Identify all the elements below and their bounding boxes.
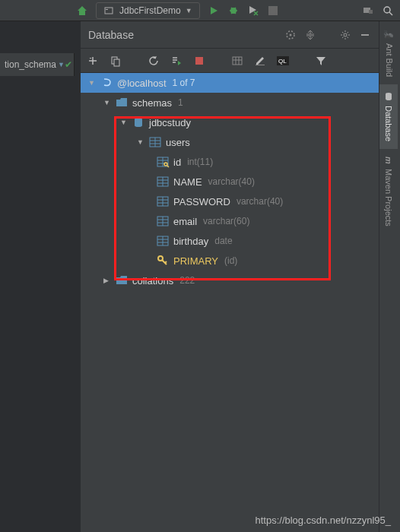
column-pk-icon (157, 157, 169, 166)
side-tab-database[interactable]: Database (379, 84, 398, 149)
column-name: birthday (173, 236, 208, 247)
stop-icon[interactable] (193, 55, 205, 67)
svg-point-6 (384, 7, 390, 13)
column-type: date (214, 236, 232, 246)
chevron-down-icon: ▼ (186, 7, 193, 14)
chevron-down-icon: ▼ (58, 61, 65, 68)
table-view-icon[interactable] (231, 55, 243, 67)
run-config-label: JdbcFirstDemo (119, 5, 181, 16)
add-icon[interactable] (87, 55, 99, 67)
expand-arrow-icon: ▼ (137, 138, 144, 146)
folder-icon (116, 276, 128, 285)
edit-icon[interactable] (254, 55, 266, 67)
column-type: varchar(40) (237, 196, 283, 207)
refresh-icon[interactable] (148, 55, 160, 67)
svg-rect-1 (106, 9, 108, 10)
check-icon: ✔ (65, 59, 72, 71)
tree-node-collations[interactable]: ▶ collations 222 (81, 271, 379, 290)
column-icon (157, 236, 169, 245)
svg-rect-10 (361, 34, 369, 36)
column-type: int(11) (187, 157, 213, 167)
tree-node-datasource[interactable]: ▼ @localhost 1 of 7 (81, 73, 379, 93)
coverage-icon[interactable] (247, 5, 259, 17)
tree-node-primary-key[interactable]: PRIMARY (id) (81, 251, 379, 271)
expand-arrow-icon: ▼ (103, 99, 111, 106)
top-toolbar: JdbcFirstDemo ▼ (0, 0, 400, 21)
svg-rect-0 (105, 8, 113, 14)
datasource-icon (100, 78, 113, 88)
svg-point-9 (344, 33, 347, 36)
tree-node-column[interactable]: birthdaydate (81, 231, 379, 251)
svg-text:QL: QL (278, 58, 287, 65)
search-everywhere-icon[interactable] (382, 5, 394, 17)
maven-icon: m (384, 157, 393, 164)
tree-node-table[interactable]: ▼ users (81, 132, 379, 152)
watermark: https://blog.csdn.net/nzzynl95_ (255, 515, 391, 526)
run-config-select[interactable]: JdbcFirstDemo ▼ (96, 2, 200, 19)
database-panel: Database QL ▼ @localhost 1 of 7 ▼ (81, 21, 379, 532)
right-sidebar: 🐜 Ant Build Database m Maven Projects (379, 21, 400, 532)
column-name: PASSWORD (173, 196, 230, 207)
column-name: id (173, 157, 181, 168)
svg-rect-12 (114, 59, 119, 66)
execute-icon[interactable] (170, 55, 183, 67)
tree-node-schemas[interactable]: ▼ schemas 1 (81, 93, 379, 112)
column-icon (157, 177, 169, 186)
panel-title-bar: Database (81, 21, 379, 49)
database-tab-icon (384, 92, 393, 101)
column-icon (157, 197, 169, 206)
ql-icon[interactable]: QL (277, 55, 289, 67)
focus-icon[interactable] (284, 29, 297, 41)
database-icon (132, 117, 144, 128)
column-name: email (173, 216, 197, 227)
folder-icon (116, 98, 128, 107)
svg-rect-3 (268, 6, 278, 15)
make-icon[interactable] (76, 5, 88, 17)
svg-rect-5 (369, 10, 373, 14)
ant-icon: 🐜 (384, 29, 394, 39)
panel-toolbar: QL (81, 49, 379, 73)
column-type: varchar(40) (208, 176, 255, 187)
database-tree: ▼ @localhost 1 of 7 ▼ schemas 1 ▼ jdbcst… (81, 73, 379, 290)
run-icon[interactable] (208, 5, 220, 17)
vcs-icon[interactable] (362, 5, 374, 17)
minimize-icon[interactable] (359, 29, 371, 41)
panel-title: Database (88, 29, 284, 41)
tree-node-column[interactable]: idint(11) (81, 152, 379, 172)
expand-arrow-icon: ▼ (120, 119, 128, 126)
table-icon (149, 138, 161, 147)
filter-icon[interactable] (315, 55, 327, 67)
stop-disabled-icon (267, 5, 279, 17)
run-config-icon (103, 5, 115, 17)
column-name: NAME (173, 176, 202, 188)
side-tab-maven[interactable]: m Maven Projects (379, 149, 398, 234)
column-icon (157, 217, 169, 226)
copy-icon[interactable] (110, 55, 122, 67)
tree-node-column[interactable]: emailvarchar(60) (81, 211, 379, 231)
side-tab-ant[interactable]: 🐜 Ant Build (379, 21, 398, 84)
svg-point-8 (290, 33, 292, 36)
svg-rect-13 (233, 57, 242, 65)
debug-icon[interactable] (227, 5, 240, 17)
column-type: varchar(60) (203, 216, 249, 226)
collapse-all-icon[interactable] (304, 29, 316, 41)
left-panel-stub: tion_schema ▼ ✔ (0, 53, 75, 76)
expand-arrow-icon: ▼ (88, 79, 96, 87)
expand-arrow-icon: ▶ (103, 277, 111, 284)
svg-rect-14 (256, 65, 265, 65)
tree-node-column[interactable]: NAMEvarchar(40) (81, 172, 379, 192)
tree-node-database[interactable]: ▼ jdbcstudy (81, 112, 379, 132)
primary-key-icon (157, 255, 169, 266)
gear-icon[interactable] (339, 29, 351, 41)
tree-node-column[interactable]: PASSWORDvarchar(40) (81, 192, 379, 211)
